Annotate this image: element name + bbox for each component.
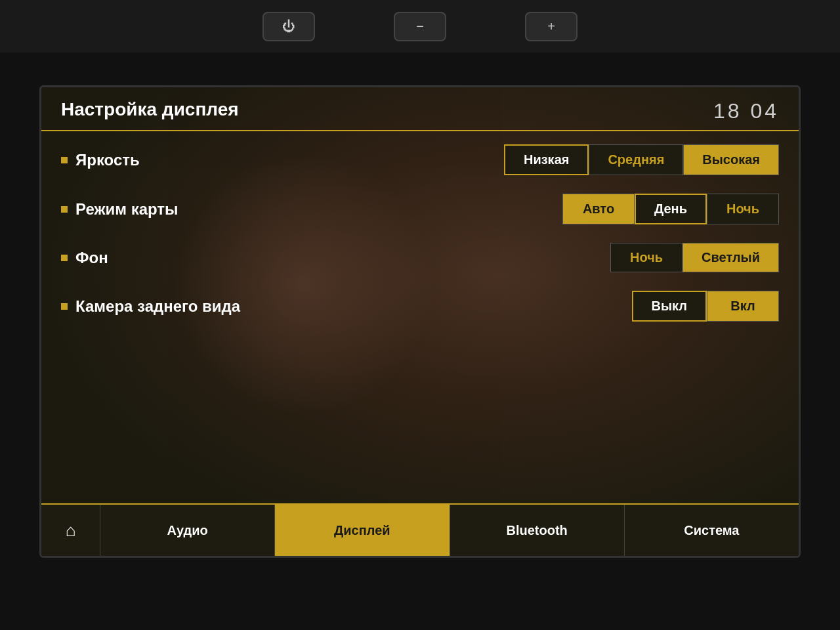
camera-off-button[interactable]: Выкл: [632, 291, 707, 322]
background-night-button[interactable]: Ночь: [610, 243, 682, 272]
page-title: Настройка дисплея: [61, 99, 239, 120]
background-row: Фон Ночь Светлый: [61, 243, 779, 272]
rear-camera-label: Камера заднего вида: [61, 297, 240, 316]
home-icon: ⌂: [66, 520, 76, 541]
audio-tab[interactable]: Аудио: [100, 505, 275, 556]
background-light-button[interactable]: Светлый: [682, 243, 779, 272]
header: Настройка дисплея 18 04: [41, 87, 799, 131]
minus-button[interactable]: −: [394, 12, 446, 41]
background-label: Фон: [61, 249, 108, 267]
brightness-bullet: [61, 157, 68, 163]
screen-content: Настройка дисплея 18 04 Яркость Низкая С…: [41, 87, 799, 556]
bluetooth-tab[interactable]: Bluetooth: [450, 505, 625, 556]
map-auto-button[interactable]: Авто: [562, 194, 635, 224]
screen: Настройка дисплея 18 04 Яркость Низкая С…: [39, 85, 801, 558]
top-buttons: ⏻ − +: [0, 0, 840, 52]
camera-on-button[interactable]: Вкл: [707, 291, 779, 322]
home-button[interactable]: ⌂: [41, 505, 100, 556]
system-tab[interactable]: Система: [625, 505, 799, 556]
brightness-row: Яркость Низкая Средняя Высокая: [61, 144, 779, 175]
rear-camera-options: Выкл Вкл: [632, 291, 779, 322]
power-button[interactable]: ⏻: [262, 12, 315, 41]
brightness-options: Низкая Средняя Высокая: [504, 144, 779, 175]
map-mode-options: Авто День Ночь: [562, 194, 779, 224]
bottom-nav: ⌂ Аудио Дисплей Bluetooth Система: [41, 503, 799, 556]
settings-area: Яркость Низкая Средняя Высокая Режим кар…: [41, 131, 799, 503]
brightness-high-button[interactable]: Высокая: [683, 144, 779, 175]
map-night-button[interactable]: Ночь: [707, 194, 779, 224]
brightness-mid-button[interactable]: Средняя: [589, 144, 683, 175]
brightness-low-button[interactable]: Низкая: [504, 144, 589, 175]
background-options: Ночь Светлый: [610, 243, 779, 272]
device-frame: ⏻ − + Настройка дисплея 18 04 Яркость: [0, 0, 840, 630]
map-mode-label: Режим карты: [61, 200, 178, 219]
rear-camera-bullet: [61, 303, 68, 310]
map-day-button[interactable]: День: [635, 194, 707, 224]
map-mode-bullet: [61, 206, 68, 213]
plus-button[interactable]: +: [525, 12, 578, 41]
brightness-label: Яркость: [61, 151, 140, 169]
display-tab[interactable]: Дисплей: [275, 505, 450, 556]
rear-camera-row: Камера заднего вида Выкл Вкл: [61, 291, 779, 322]
map-mode-row: Режим карты Авто День Ночь: [61, 194, 779, 224]
background-bullet: [61, 255, 68, 261]
clock: 18 04: [713, 99, 779, 123]
